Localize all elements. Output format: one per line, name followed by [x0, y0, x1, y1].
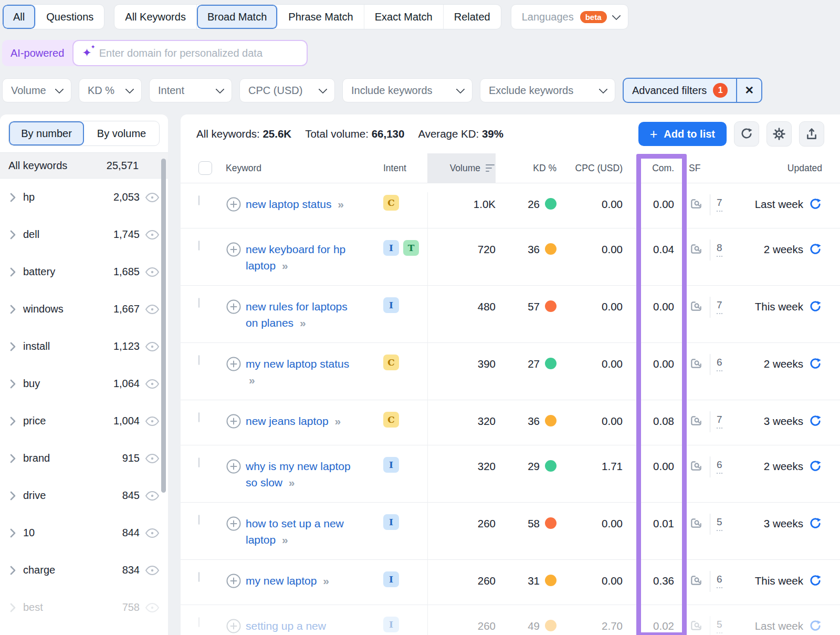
add-to-list-button[interactable]: + Add to list — [638, 122, 727, 146]
keyword-link[interactable]: new keyboard for hp laptop » — [246, 241, 359, 274]
keyword-link[interactable]: my new laptop » — [246, 572, 329, 593]
filter-exclude-keywords[interactable]: Exclude keywords — [480, 78, 615, 102]
serp-preview-icon[interactable] — [689, 299, 704, 317]
serp-features-count[interactable]: 7 — [717, 299, 722, 314]
keyword-link[interactable]: new rules for laptops on planes » — [246, 298, 359, 331]
refresh-metrics-icon[interactable] — [808, 357, 822, 375]
chevron-right-icon[interactable] — [9, 305, 16, 314]
eye-icon[interactable] — [145, 490, 160, 502]
domain-input-pill[interactable]: ✦✦ — [72, 40, 308, 66]
eye-icon[interactable] — [145, 378, 160, 390]
keyword-link[interactable]: setting up a new laptop » — [246, 618, 359, 635]
toggle-by-number[interactable]: By number — [9, 121, 84, 145]
row-checkbox[interactable] — [198, 298, 200, 308]
eye-icon[interactable] — [145, 266, 160, 278]
filter-include-keywords[interactable]: Include keywords — [342, 78, 472, 102]
keyword-group-dell[interactable]: dell 1,745 — [0, 216, 168, 253]
keyword-group-brand[interactable]: brand 915 — [0, 440, 168, 477]
expand-keyword-icon[interactable]: » — [338, 198, 344, 210]
serp-features-count[interactable]: 6 — [717, 573, 722, 588]
keyword-group-charge[interactable]: charge 834 — [0, 551, 168, 589]
filter-intent[interactable]: Intent — [149, 78, 232, 102]
row-checkbox[interactable] — [198, 241, 200, 251]
serp-preview-icon[interactable] — [689, 516, 704, 534]
eye-icon[interactable] — [145, 453, 160, 464]
keyword-group-best[interactable]: best 758 — [0, 589, 168, 626]
serp-features-count[interactable]: 8 — [717, 242, 722, 257]
tab-broad-match[interactable]: Broad Match — [197, 5, 278, 29]
languages-dropdown[interactable]: Languages beta — [511, 4, 628, 29]
chevron-right-icon[interactable] — [9, 491, 16, 501]
serp-preview-icon[interactable] — [689, 357, 704, 374]
keyword-group-hp[interactable]: hp 2,053 — [0, 179, 168, 216]
row-checkbox[interactable] — [198, 515, 200, 525]
expand-keyword-icon[interactable]: » — [282, 259, 288, 272]
col-header-keyword[interactable]: Keyword — [215, 163, 373, 174]
chevron-right-icon[interactable] — [9, 379, 16, 389]
toggle-by-volume[interactable]: By volume — [84, 121, 159, 145]
serp-features-count[interactable]: 6 — [717, 459, 722, 474]
expand-keyword-icon[interactable]: » — [300, 317, 306, 329]
refresh-metrics-icon[interactable] — [808, 414, 822, 432]
col-header-kd[interactable]: KD % — [496, 163, 556, 174]
serp-features-count[interactable]: 5 — [717, 516, 722, 531]
col-header-sf[interactable]: SF — [674, 163, 748, 174]
col-header-com[interactable]: Com. — [623, 163, 674, 174]
refresh-button[interactable] — [734, 121, 759, 147]
filter-volume[interactable]: Volume — [2, 78, 71, 102]
keyword-link[interactable]: new jeans laptop » — [246, 413, 341, 433]
keyword-link[interactable]: how to set up a new laptop » — [246, 515, 359, 548]
add-keyword-icon[interactable] — [226, 618, 242, 635]
all-keywords-row[interactable]: All keywords 25,571 — [0, 152, 168, 179]
tab-exact-match[interactable]: Exact Match — [364, 5, 444, 29]
add-keyword-icon[interactable] — [226, 196, 242, 216]
serp-preview-icon[interactable] — [689, 619, 704, 635]
expand-keyword-icon[interactable]: » — [323, 575, 329, 587]
chevron-right-icon[interactable] — [9, 528, 16, 538]
col-header-updated[interactable]: Updated — [748, 163, 840, 174]
add-keyword-icon[interactable] — [226, 573, 242, 593]
row-checkbox[interactable] — [198, 355, 200, 365]
add-keyword-icon[interactable] — [226, 356, 242, 388]
advanced-filters-button[interactable]: Advanced filters 1 ✕ — [623, 78, 762, 103]
add-keyword-icon[interactable] — [226, 516, 242, 548]
expand-keyword-icon[interactable]: » — [289, 476, 295, 488]
col-header-cpc[interactable]: CPC (USD) — [556, 163, 623, 174]
settings-button[interactable] — [766, 121, 792, 147]
row-checkbox[interactable] — [198, 412, 200, 422]
refresh-metrics-icon[interactable] — [808, 574, 822, 592]
tab-phrase-match[interactable]: Phrase Match — [278, 5, 364, 29]
chevron-right-icon[interactable] — [9, 454, 16, 463]
refresh-metrics-icon[interactable] — [808, 460, 822, 477]
eye-icon[interactable] — [145, 341, 160, 352]
keyword-group-10[interactable]: 10 844 — [0, 514, 168, 551]
domain-input[interactable] — [98, 47, 279, 60]
refresh-metrics-icon[interactable] — [808, 243, 822, 261]
keyword-link[interactable]: new laptop status » — [246, 196, 344, 216]
col-header-volume[interactable]: Volume — [427, 153, 496, 183]
serp-preview-icon[interactable] — [689, 197, 704, 215]
serp-features-count[interactable]: 7 — [717, 413, 722, 429]
select-all-checkbox[interactable] — [198, 161, 212, 175]
chevron-right-icon[interactable] — [9, 193, 16, 202]
chevron-right-icon[interactable] — [9, 267, 16, 277]
serp-features-count[interactable]: 6 — [717, 356, 722, 371]
clear-advanced-filters-button[interactable]: ✕ — [736, 79, 761, 102]
eye-icon[interactable] — [145, 415, 160, 427]
refresh-metrics-icon[interactable] — [808, 197, 822, 215]
chevron-right-icon[interactable] — [9, 342, 16, 351]
chevron-right-icon[interactable] — [9, 230, 16, 240]
eye-icon[interactable] — [145, 565, 160, 576]
add-keyword-icon[interactable] — [226, 242, 242, 274]
sidebar-scrollbar[interactable] — [161, 159, 166, 493]
serp-features-count[interactable]: 7 — [717, 196, 722, 212]
expand-keyword-icon[interactable]: » — [249, 374, 255, 386]
add-keyword-icon[interactable] — [226, 413, 242, 433]
serp-preview-icon[interactable] — [689, 414, 704, 432]
tab-questions[interactable]: Questions — [36, 5, 104, 29]
refresh-metrics-icon[interactable] — [808, 300, 822, 318]
serp-preview-icon[interactable] — [689, 459, 704, 477]
row-checkbox[interactable] — [198, 572, 200, 582]
keyword-group-battery[interactable]: battery 1,685 — [0, 253, 168, 290]
col-header-intent[interactable]: Intent — [373, 163, 427, 174]
